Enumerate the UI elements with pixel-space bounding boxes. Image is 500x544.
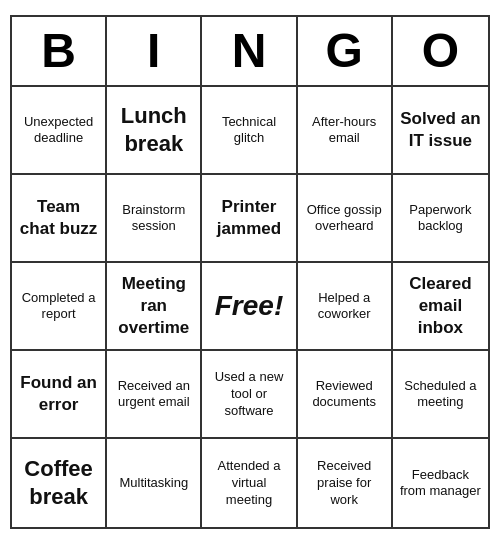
bingo-cell-14[interactable]: Cleared email inbox [393, 263, 488, 351]
bingo-cell-0[interactable]: Unexpected deadline [12, 87, 107, 175]
cell-text-14: Cleared email inbox [399, 273, 482, 339]
bingo-letter-o: O [393, 17, 488, 86]
bingo-cell-2[interactable]: Technical glitch [202, 87, 297, 175]
bingo-cell-23[interactable]: Received praise for work [298, 439, 393, 527]
bingo-header: BINGO [12, 17, 488, 88]
cell-text-16: Received an urgent email [113, 378, 194, 412]
cell-text-21: Multitasking [119, 475, 188, 492]
bingo-cell-12[interactable]: Free! [202, 263, 297, 351]
cell-text-8: Office gossip overheard [304, 202, 385, 236]
bingo-cell-13[interactable]: Helped a coworker [298, 263, 393, 351]
cell-text-19: Scheduled a meeting [399, 378, 482, 412]
bingo-cell-15[interactable]: Found an error [12, 351, 107, 439]
bingo-cell-24[interactable]: Feedback from manager [393, 439, 488, 527]
bingo-cell-16[interactable]: Received an urgent email [107, 351, 202, 439]
cell-text-9: Paperwork backlog [399, 202, 482, 236]
bingo-letter-g: G [298, 17, 393, 86]
cell-text-5: Team chat buzz [18, 196, 99, 240]
cell-text-0: Unexpected deadline [18, 114, 99, 148]
bingo-letter-i: I [107, 17, 202, 86]
cell-text-17: Used a new tool or software [208, 369, 289, 420]
cell-text-22: Attended a virtual meeting [208, 458, 289, 509]
cell-text-6: Brainstorm session [113, 202, 194, 236]
bingo-cell-7[interactable]: Printer jammed [202, 175, 297, 263]
cell-text-24: Feedback from manager [399, 467, 482, 501]
bingo-cell-21[interactable]: Multitasking [107, 439, 202, 527]
bingo-letter-n: N [202, 17, 297, 86]
bingo-cell-10[interactable]: Completed a report [12, 263, 107, 351]
cell-text-7: Printer jammed [208, 196, 289, 240]
bingo-cell-18[interactable]: Reviewed documents [298, 351, 393, 439]
bingo-letter-b: B [12, 17, 107, 86]
cell-text-12: Free! [215, 288, 283, 324]
cell-text-2: Technical glitch [208, 114, 289, 148]
bingo-cell-1[interactable]: Lunch break [107, 87, 202, 175]
bingo-cell-8[interactable]: Office gossip overheard [298, 175, 393, 263]
cell-text-1: Lunch break [113, 102, 194, 159]
bingo-cell-20[interactable]: Coffee break [12, 439, 107, 527]
cell-text-18: Reviewed documents [304, 378, 385, 412]
cell-text-13: Helped a coworker [304, 290, 385, 324]
cell-text-20: Coffee break [18, 455, 99, 512]
bingo-cell-6[interactable]: Brainstorm session [107, 175, 202, 263]
cell-text-15: Found an error [18, 372, 99, 416]
bingo-cell-22[interactable]: Attended a virtual meeting [202, 439, 297, 527]
bingo-card: BINGO Unexpected deadlineLunch breakTech… [10, 15, 490, 530]
bingo-cell-3[interactable]: After-hours email [298, 87, 393, 175]
cell-text-11: Meeting ran overtime [113, 273, 194, 339]
bingo-cell-5[interactable]: Team chat buzz [12, 175, 107, 263]
bingo-cell-17[interactable]: Used a new tool or software [202, 351, 297, 439]
cell-text-10: Completed a report [18, 290, 99, 324]
cell-text-3: After-hours email [304, 114, 385, 148]
bingo-grid: Unexpected deadlineLunch breakTechnical … [12, 87, 488, 527]
bingo-cell-19[interactable]: Scheduled a meeting [393, 351, 488, 439]
bingo-cell-11[interactable]: Meeting ran overtime [107, 263, 202, 351]
cell-text-4: Solved an IT issue [399, 108, 482, 152]
cell-text-23: Received praise for work [304, 458, 385, 509]
bingo-cell-4[interactable]: Solved an IT issue [393, 87, 488, 175]
bingo-cell-9[interactable]: Paperwork backlog [393, 175, 488, 263]
